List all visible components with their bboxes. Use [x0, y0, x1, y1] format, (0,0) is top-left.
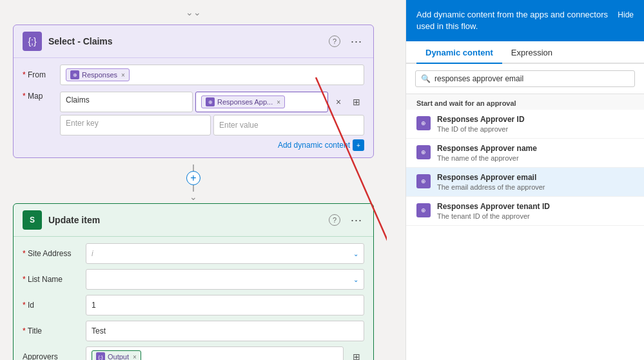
- update-item-card: S Update item ? ··· * Site Address i ⌄: [13, 203, 374, 360]
- dynamic-item-3-desc: The tenant ID of the approver: [437, 212, 634, 220]
- dynamic-item-2-desc: The email address of the approver: [437, 183, 634, 191]
- responses-tag-icon: ⊕: [70, 70, 79, 79]
- add-dynamic-icon: +: [353, 139, 364, 151]
- search-box: 🔍: [415, 70, 635, 87]
- down-arrow-icon: ⌄: [190, 192, 197, 202]
- dynamic-item-1-title: Responses Approver name: [437, 144, 634, 153]
- output-tag: {;} Output ×: [92, 350, 141, 360]
- dynamic-search-area: 🔍: [406, 64, 644, 94]
- output-tag-icon: {;}: [96, 352, 105, 360]
- map-value-tag: ⊕ Responses App... ×: [201, 95, 285, 108]
- canvas: ⌄⌄ {;} Select - Claims ? ··· * F: [0, 0, 387, 360]
- site-address-input[interactable]: i ⌄: [86, 243, 364, 264]
- map-value-placeholder: Enter value: [219, 121, 259, 130]
- select-card-header-right: ? ···: [327, 34, 364, 49]
- map-value-tag-close[interactable]: ×: [277, 99, 280, 106]
- site-address-label: * Site Address: [23, 249, 81, 258]
- dynamic-item-3-text: Responses Approver tenant ID The tenant …: [437, 202, 634, 220]
- approvers-row: Approvers {;} Output × ⊞: [23, 346, 364, 360]
- dynamic-item-3-title: Responses Approver tenant ID: [437, 202, 634, 211]
- id-value: 1: [92, 301, 96, 310]
- down-chevron-icon: ⌄⌄: [186, 8, 201, 17]
- dynamic-item[interactable]: ⊕ Responses Approver name The name of th…: [406, 139, 644, 168]
- dynamic-item-highlighted[interactable]: ⊕ Responses Approver email The email add…: [406, 168, 644, 197]
- site-address-row: * Site Address i ⌄: [23, 243, 364, 264]
- map-clear-button[interactable]: ×: [331, 94, 346, 110]
- map-value-tag-icon: ⊕: [206, 97, 215, 106]
- map-value-placeholder-input[interactable]: Enter value: [213, 115, 364, 135]
- dynamic-item-2-text: Responses Approver email The email addre…: [437, 173, 634, 191]
- title-row: * Title Test: [23, 321, 364, 341]
- select-card-header-left: {;} Select - Claims: [23, 32, 113, 51]
- list-name-input[interactable]: ⌄: [86, 269, 364, 290]
- tab-dynamic-content[interactable]: Dynamic content: [416, 41, 502, 64]
- add-dynamic-link[interactable]: Add dynamic content: [278, 141, 350, 150]
- dynamic-tabs: Dynamic content Expression: [406, 41, 644, 64]
- site-address-dropdown-icon: ⌄: [353, 250, 358, 257]
- update-card-icon: S: [23, 210, 42, 230]
- map-key-placeholder-input[interactable]: Enter key: [60, 115, 211, 135]
- connector-line-bottom: [193, 185, 194, 192]
- map-inputs: Claims ⊕ Responses App... × × ⊞: [60, 92, 364, 135]
- from-input[interactable]: ⊕ Responses ×: [60, 65, 364, 85]
- update-card-header: S Update item ? ···: [14, 204, 373, 237]
- dynamic-item-0-desc: The ID of the approver: [437, 125, 634, 133]
- dynamic-item[interactable]: ⊕ Responses Approver ID The ID of the ap…: [406, 110, 644, 139]
- output-tag-label: Output: [108, 353, 129, 360]
- plus-connector: + ⌄: [0, 163, 387, 203]
- hide-button[interactable]: Hide: [618, 10, 634, 19]
- id-row: * Id 1: [23, 295, 364, 315]
- update-help-button[interactable]: ?: [327, 212, 342, 228]
- from-row: * From ⊕ Responses ×: [23, 65, 364, 85]
- tab-expression[interactable]: Expression: [502, 41, 561, 64]
- responses-tag: ⊕ Responses ×: [66, 68, 130, 81]
- dynamic-item-1-desc: The name of the approver: [437, 154, 634, 162]
- list-name-label: * List Name: [23, 275, 81, 284]
- map-key-value: Claims: [66, 95, 90, 105]
- responses-tag-label: Responses: [82, 71, 117, 79]
- title-label: * Title: [23, 326, 81, 335]
- map-key-input[interactable]: Claims: [60, 92, 193, 112]
- map-grid-button[interactable]: ⊞: [349, 94, 364, 110]
- dynamic-item-0-title: Responses Approver ID: [437, 115, 634, 124]
- from-label: * From: [23, 70, 55, 79]
- map-top-row: Claims ⊕ Responses App... × × ⊞: [60, 92, 364, 112]
- select-more-button[interactable]: ···: [349, 34, 364, 49]
- dynamic-item-0-text: Responses Approver ID The ID of the appr…: [437, 115, 634, 133]
- map-value-tag-label: Responses App...: [217, 98, 273, 106]
- responses-tag-close[interactable]: ×: [121, 72, 125, 79]
- map-row: * Map Claims ⊕ Responses App... ×: [23, 92, 364, 135]
- approvers-grid-button[interactable]: ⊞: [349, 349, 364, 360]
- dynamic-item-3-icon: ⊕: [416, 203, 431, 217]
- update-card-title: Update item: [48, 215, 100, 225]
- dynamic-section-label: Start and wait for an approval: [406, 94, 644, 110]
- map-actions: × ⊞: [331, 94, 364, 110]
- dynamic-item-2-title: Responses Approver email: [437, 173, 634, 182]
- dynamic-item-2-icon: ⊕: [416, 174, 431, 188]
- dynamic-item[interactable]: ⊕ Responses Approver tenant ID The tenan…: [406, 197, 644, 226]
- select-card-icon: {;}: [23, 32, 42, 51]
- search-input[interactable]: [434, 74, 629, 83]
- map-key-placeholder: Enter key: [66, 119, 99, 128]
- search-icon: 🔍: [421, 74, 431, 83]
- select-card-title: Select - Claims: [48, 36, 113, 46]
- approvers-label: Approvers: [23, 352, 81, 360]
- dynamic-panel-header-text: Add dynamic content from the apps and co…: [416, 9, 610, 32]
- id-input[interactable]: 1: [86, 295, 364, 315]
- title-value: Test: [92, 326, 106, 335]
- plus-button[interactable]: +: [186, 171, 200, 185]
- output-tag-close[interactable]: ×: [133, 354, 137, 361]
- title-input[interactable]: Test: [86, 321, 364, 341]
- update-more-button[interactable]: ···: [349, 212, 364, 228]
- map-value-input[interactable]: ⊕ Responses App... ×: [195, 92, 328, 112]
- select-card-header: {;} Select - Claims ? ···: [14, 25, 373, 58]
- approvers-input[interactable]: {;} Output ×: [86, 346, 344, 360]
- dynamic-content-panel: Add dynamic content from the apps and co…: [405, 0, 644, 360]
- connector-line-top: [193, 165, 194, 171]
- select-help-button[interactable]: ?: [327, 34, 342, 49]
- dynamic-item-0-icon: ⊕: [416, 116, 431, 130]
- select-card-body: * From ⊕ Responses × * Map Claims: [14, 58, 373, 157]
- map-label: * Map: [23, 92, 55, 101]
- list-name-dropdown-icon: ⌄: [353, 276, 358, 283]
- dynamic-item-1-text: Responses Approver name The name of the …: [437, 144, 634, 162]
